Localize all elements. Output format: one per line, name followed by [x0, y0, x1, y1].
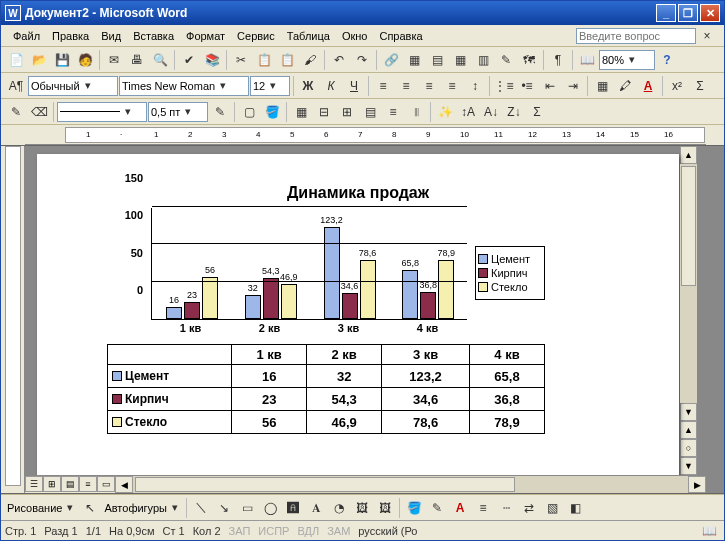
linestyle-combo[interactable]: ▾: [57, 102, 147, 122]
document-page[interactable]: Динамика продаж 050100150 1623563254,346…: [37, 154, 679, 475]
borders-icon[interactable]: ▦: [591, 75, 613, 97]
underline-icon[interactable]: Ч: [343, 75, 365, 97]
menu-table[interactable]: Таблица: [281, 28, 336, 44]
hyperlink-icon[interactable]: 🔗: [380, 49, 402, 71]
browse-prev-icon[interactable]: ▲: [680, 421, 697, 439]
bold-icon[interactable]: Ж: [297, 75, 319, 97]
shading-icon[interactable]: 🪣: [261, 101, 283, 123]
align-left-icon[interactable]: ≡: [372, 75, 394, 97]
question-input[interactable]: [576, 28, 696, 44]
distribute-cols-icon[interactable]: ⫴: [405, 101, 427, 123]
text-direction-icon[interactable]: ↕A: [457, 101, 479, 123]
draw-table-icon[interactable]: ✎: [5, 101, 27, 123]
styles-pane-icon[interactable]: A¶: [5, 75, 27, 97]
rect-icon[interactable]: ▭: [236, 497, 258, 519]
split-cells-icon[interactable]: ⊞: [336, 101, 358, 123]
menu-tools[interactable]: Сервис: [231, 28, 281, 44]
menu-edit[interactable]: Правка: [46, 28, 95, 44]
fontcolor2-icon[interactable]: A: [449, 497, 471, 519]
status-ext[interactable]: ВДЛ: [297, 525, 319, 537]
browse-object-icon[interactable]: ○: [680, 439, 697, 457]
undo-icon[interactable]: ↶: [328, 49, 350, 71]
status-trk[interactable]: ИСПР: [258, 525, 289, 537]
mail-icon[interactable]: ✉: [103, 49, 125, 71]
autoformat-icon[interactable]: ✨: [434, 101, 456, 123]
line-icon[interactable]: ＼: [190, 497, 212, 519]
insert-table-icon[interactable]: ▤: [426, 49, 448, 71]
maximize-button[interactable]: ❐: [678, 4, 698, 22]
justify-icon[interactable]: ≡: [441, 75, 463, 97]
menu-format[interactable]: Формат: [180, 28, 231, 44]
research-icon[interactable]: 📚: [201, 49, 223, 71]
columns-icon[interactable]: ▥: [472, 49, 494, 71]
open-icon[interactable]: 📂: [28, 49, 50, 71]
minimize-button[interactable]: _: [656, 4, 676, 22]
preview-icon[interactable]: 🔍: [149, 49, 171, 71]
menu-window[interactable]: Окно: [336, 28, 374, 44]
browse-next-icon[interactable]: ▼: [680, 457, 697, 475]
shadow-icon[interactable]: ▧: [541, 497, 563, 519]
format-painter-icon[interactable]: 🖌: [299, 49, 321, 71]
menu-file[interactable]: Файл: [7, 28, 46, 44]
print-icon[interactable]: 🖶: [126, 49, 148, 71]
merge-cells-icon[interactable]: ⊟: [313, 101, 335, 123]
sort-asc-icon[interactable]: A↓: [480, 101, 502, 123]
dec-indent-icon[interactable]: ⇤: [539, 75, 561, 97]
menu-close-icon[interactable]: ×: [696, 25, 718, 47]
bordercolor-icon[interactable]: ✎: [209, 101, 231, 123]
fontcolor-icon[interactable]: A: [637, 75, 659, 97]
font-combo[interactable]: Times New Roman▾: [119, 76, 249, 96]
superscript-icon[interactable]: x²: [666, 75, 688, 97]
bullets-icon[interactable]: •≡: [516, 75, 538, 97]
picture-icon[interactable]: 🖼: [374, 497, 396, 519]
align-cells-icon[interactable]: ▤: [359, 101, 381, 123]
scroll-left-icon[interactable]: ◀: [115, 476, 133, 493]
title-bar[interactable]: W Документ2 - Microsoft Word _ ❐ ✕: [1, 1, 724, 25]
italic-icon[interactable]: К: [320, 75, 342, 97]
outside-border-icon[interactable]: ▢: [238, 101, 260, 123]
close-button[interactable]: ✕: [700, 4, 720, 22]
textbox-icon[interactable]: 🅰: [282, 497, 304, 519]
scrollbar-vertical[interactable]: ▲ ▼ ▲ ○ ▼: [679, 146, 697, 475]
select-objects-icon[interactable]: ↖: [79, 497, 101, 519]
autoshapes-menu[interactable]: Автофигуры▾: [102, 498, 183, 518]
view-web-icon[interactable]: ⊞: [43, 476, 61, 492]
copy-icon[interactable]: 📋: [253, 49, 275, 71]
clipart-icon[interactable]: 🖼: [351, 497, 373, 519]
status-ovr[interactable]: ЗАМ: [327, 525, 350, 537]
menu-insert[interactable]: Вставка: [127, 28, 180, 44]
spellcheck-icon[interactable]: ✔: [178, 49, 200, 71]
reading-icon[interactable]: 📖: [576, 49, 598, 71]
zoom-combo[interactable]: 80%▾: [599, 50, 655, 70]
linecolor-icon[interactable]: ✎: [426, 497, 448, 519]
draw-menu[interactable]: Рисование▾: [5, 498, 78, 518]
dashstyle-icon[interactable]: ┄: [495, 497, 517, 519]
docmap-icon[interactable]: 🗺: [518, 49, 540, 71]
permission-icon[interactable]: 🧑: [74, 49, 96, 71]
scroll-down-icon[interactable]: ▼: [680, 403, 697, 421]
scrollbar-horizontal[interactable]: ☰ ⊞ ▤ ≡ ▭ ◀ ▶: [25, 475, 706, 493]
menu-help[interactable]: Справка: [373, 28, 428, 44]
linespacing-icon[interactable]: ↕: [464, 75, 486, 97]
arrow-icon[interactable]: ↘: [213, 497, 235, 519]
sort-desc-icon[interactable]: Z↓: [503, 101, 525, 123]
excel-icon[interactable]: ▦: [449, 49, 471, 71]
paste-icon[interactable]: 📋: [276, 49, 298, 71]
scroll-up-icon[interactable]: ▲: [680, 146, 697, 164]
eraser-icon[interactable]: ⌫: [28, 101, 50, 123]
ruler-horizontal[interactable]: 1·1 234 567 8910 111213 141516: [25, 125, 706, 145]
new-doc-icon[interactable]: 📄: [5, 49, 27, 71]
align-right-icon[interactable]: ≡: [418, 75, 440, 97]
sigma-icon[interactable]: Σ: [689, 75, 711, 97]
linewidth-icon[interactable]: ≡: [472, 497, 494, 519]
status-lang[interactable]: русский (Ро: [358, 525, 417, 537]
drawing-icon[interactable]: ✎: [495, 49, 517, 71]
diagram-icon[interactable]: ◔: [328, 497, 350, 519]
view-outline-icon[interactable]: ≡: [79, 476, 97, 492]
save-icon[interactable]: 💾: [51, 49, 73, 71]
lineweight-combo[interactable]: 0,5 пт▾: [148, 102, 208, 122]
align-center-icon[interactable]: ≡: [395, 75, 417, 97]
status-rec[interactable]: ЗАП: [229, 525, 251, 537]
scroll-right-icon[interactable]: ▶: [688, 476, 706, 493]
tables-borders-icon[interactable]: ▦: [403, 49, 425, 71]
